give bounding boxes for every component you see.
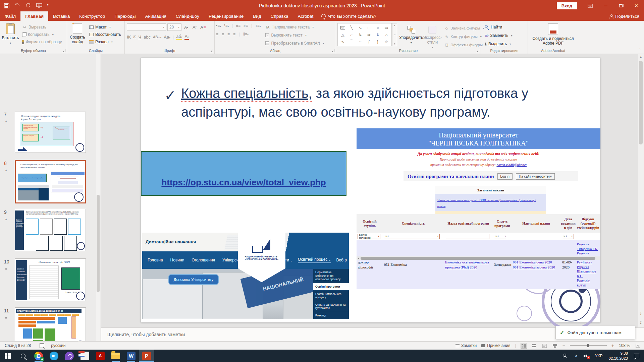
date-filter-select[interactable]: Усі — [562, 234, 574, 239]
language-switcher[interactable]: УКР — [595, 354, 603, 358]
site1-nav-announcements[interactable]: Оголошення — [192, 258, 215, 262]
review-link-1[interactable]: Рецензія Титаренко Г.Б. — [577, 242, 599, 251]
site1-nav-edu-process[interactable]: Освітній процес ⌄ — [298, 257, 331, 263]
language-indicator[interactable]: русский — [51, 343, 65, 348]
qat-customize-icon[interactable]: ▾ — [47, 3, 50, 8]
select-button[interactable]: Выделить — [484, 40, 525, 48]
section-button[interactable]: Раздел — [88, 38, 122, 46]
columns-icon[interactable]: ‖≡▾ — [243, 32, 248, 37]
new-slide-button[interactable]: Создать слайд — [67, 21, 88, 48]
table-horizontal-scrollbar[interactable]: ◂ — [357, 256, 600, 260]
menu-item[interactable]: Графік навчального процесу — [313, 291, 349, 301]
line-spacing-icon[interactable]: ↕≡▾ — [255, 23, 261, 28]
shapes-gallery-scrollbar[interactable]: ▴═▾ — [392, 23, 397, 46]
undo-icon[interactable] — [15, 3, 21, 8]
align-left-icon[interactable]: ≡ — [216, 32, 218, 37]
canvas-scrollbar[interactable]: ▲ ▴▴ ▾▾ — [638, 54, 644, 327]
shrink-font-icon[interactable]: А▾ — [191, 23, 198, 31]
bullets-icon[interactable]: •≡▾ — [216, 23, 221, 28]
underline-button[interactable]: Ч — [138, 35, 141, 40]
taskbar-acrobat[interactable]: A — [93, 350, 108, 362]
font-dialog-launcher[interactable] — [210, 49, 213, 52]
thumbnail-scrollbar[interactable] — [96, 54, 100, 341]
scroll-up-icon[interactable]: ▲ — [638, 54, 644, 60]
taskbar-powerpoint-active[interactable]: P — [139, 350, 154, 362]
taskbar-chrome[interactable]: A — [31, 350, 46, 362]
tab-design[interactable]: Конструктор — [74, 11, 110, 21]
slide-thumbnail-8-selected[interactable]: ✓ Кожна спеціальність, за якою здійснюєт… — [15, 160, 86, 203]
slide-8[interactable]: ✓ Кожна спеціальність, за якою здійснюєт… — [141, 58, 600, 322]
text-direction-button[interactable]: ‖AНаправление текста — [264, 23, 325, 31]
start-slideshow-icon[interactable] — [36, 3, 42, 8]
slide-counter[interactable]: Слайд 8 из 28 — [0, 343, 31, 348]
tab-file[interactable]: Файл — [0, 11, 20, 21]
italic-button[interactable]: К — [133, 34, 136, 40]
site1-nav-news[interactable]: Новини — [170, 258, 184, 262]
taskbar-explorer[interactable] — [108, 350, 123, 362]
tab-home[interactable]: Главная — [20, 11, 48, 21]
fit-slide-button[interactable] — [635, 343, 641, 348]
numbering-icon[interactable]: ¹≡▾ — [224, 23, 229, 28]
font-size-select[interactable]: 28▾ — [167, 23, 181, 31]
plan-link-1[interactable]: 051 Економіка очна 2020 — [513, 260, 559, 265]
zoom-in-button[interactable]: + — [611, 343, 614, 348]
comments-toggle[interactable]: Примечания — [481, 343, 510, 348]
people-icon[interactable] — [563, 354, 569, 358]
start-button[interactable] — [0, 350, 15, 362]
tab-acrobat[interactable]: Acrobat — [293, 11, 318, 21]
tab-transitions[interactable]: Переходы — [110, 11, 140, 21]
previous-slide-button[interactable]: ▴▴ — [638, 309, 644, 317]
slide-thumbnail-10[interactable]: Освітня складова підготовки доктора філо… — [15, 258, 86, 301]
align-right-icon[interactable]: ≡ — [227, 32, 230, 37]
volume-muted-icon[interactable]: ✕ — [584, 354, 589, 358]
tab-slideshow[interactable]: Слайд-шоу — [171, 11, 204, 21]
paragraph-dialog-launcher[interactable] — [331, 49, 334, 52]
bold-button[interactable]: Ж — [127, 35, 131, 40]
taskbar-clock[interactable]: 9:3802.10.2023 — [608, 351, 628, 361]
site1-nav-web[interactable]: Веб р — [336, 258, 347, 262]
cut-button[interactable]: ✂Вырезать — [21, 23, 63, 31]
link-callout-box[interactable]: https://op.stu.cn.ua/view/total_view.php — [141, 151, 346, 196]
char-spacing-button[interactable]: АВ↔▾ — [153, 35, 161, 39]
order-link-1[interactable]: Наказ про внесення змін до всіх ОПП перш… — [437, 198, 536, 208]
review-link-3[interactable]: Рецензія Шапошников К.С. — [577, 265, 599, 279]
justify-icon[interactable]: ≡ — [233, 32, 235, 37]
notes-placeholder[interactable]: Щелкните, чтобы добавить заметки — [101, 332, 185, 337]
share-button[interactable]: Поделиться — [609, 11, 639, 21]
menu-item[interactable]: Розклад — [313, 312, 349, 319]
menu-item-active[interactable]: Освітні програми — [313, 283, 349, 291]
strikethrough-button[interactable]: abc — [144, 35, 151, 40]
sign-in-button[interactable]: Вход — [557, 2, 577, 9]
smartart-button[interactable]: Преобразовать в SmartArt — [264, 40, 325, 47]
shapes-gallery[interactable]: A≡ ╲ ↘ □ ○ ▭ △ ⌐ ↳ ⇒ ⇓ ⌂ ∿ ⌒ ~ { } — [337, 23, 392, 46]
font-name-select[interactable]: ▾ — [127, 23, 166, 31]
zoom-out-button[interactable]: − — [562, 343, 565, 348]
paste-button[interactable]: Вставить▾ — [0, 21, 21, 48]
taskbar-telegram[interactable] — [46, 350, 62, 362]
format-painter-button[interactable]: Формат по образцу — [21, 38, 63, 46]
spell-check-icon[interactable] — [40, 343, 44, 348]
font-color-button[interactable]: А▾ — [184, 34, 189, 40]
next-slide-button[interactable]: ▾▾ — [638, 319, 644, 327]
taskbar-word[interactable]: W — [123, 350, 139, 362]
save-icon[interactable] — [4, 3, 10, 8]
site1-nav-home[interactable]: Головна — [148, 258, 163, 262]
tab-help[interactable]: Справка — [266, 11, 293, 21]
tab-review[interactable]: Рецензирование — [204, 11, 248, 21]
normal-view-button[interactable] — [521, 343, 527, 348]
notes-toggle[interactable]: Заметки — [455, 343, 477, 348]
email-link[interactable]: navch.viddil@ukr.net — [496, 163, 527, 167]
tab-view[interactable]: Вид — [248, 11, 266, 21]
clipboard-dialog-launcher[interactable] — [62, 49, 65, 52]
grow-font-icon[interactable]: А▴ — [182, 23, 190, 31]
taskbar-viber[interactable] — [62, 350, 77, 362]
redo-icon[interactable] — [25, 3, 32, 8]
tab-animations[interactable]: Анимация — [141, 11, 171, 21]
layout-button[interactable]: Макет — [88, 23, 122, 31]
reading-view-button[interactable] — [542, 343, 547, 348]
degree-filter-select[interactable]: доктор філософії — [358, 234, 380, 239]
slide-bullet-text[interactable]: Кожна спеціальність, за якою здійснюєтьс… — [181, 84, 537, 121]
total-view-link[interactable]: https://op.stu.cn.ua/view/total_view.php — [161, 177, 326, 188]
collapse-ribbon-icon[interactable]: ⌃ — [639, 48, 641, 52]
specialty-filter-select[interactable]: Усі — [384, 234, 440, 239]
